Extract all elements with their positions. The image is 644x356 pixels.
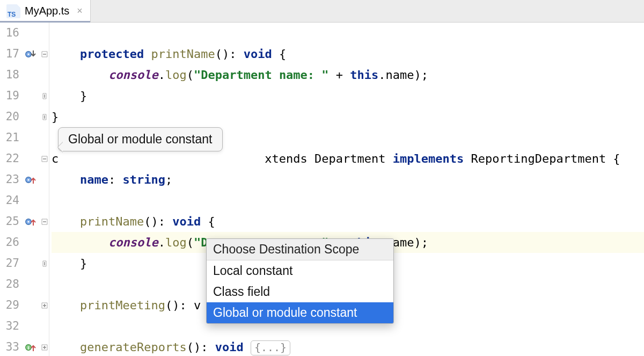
override-up-icon[interactable] [23, 211, 39, 232]
fold-gutter [40, 23, 49, 356]
line-number: 18 [0, 64, 21, 85]
line-number: 32 [0, 316, 21, 337]
code-line[interactable]: generateReports(): void {...} [52, 337, 644, 356]
code-line[interactable]: protected printName(): void { [52, 43, 644, 64]
line-number: 22 [0, 148, 21, 169]
marker-gutter [23, 23, 39, 356]
line-number: 23 [0, 169, 21, 190]
code-line[interactable] [52, 190, 644, 211]
fold-toggle-icon[interactable] [40, 43, 49, 64]
line-number: 21 [0, 127, 21, 148]
line-number: 20 [0, 106, 21, 127]
fold-toggle-icon[interactable] [40, 106, 49, 127]
override-up-icon[interactable] [23, 169, 39, 190]
line-number: 24 [0, 190, 21, 211]
file-tab-label: MyApp.ts [25, 5, 69, 17]
line-number-gutter: 1617181920212223242526272829323336 [0, 23, 21, 356]
popup-option[interactable]: Class field [207, 281, 393, 302]
code-line[interactable]: console.log("Department name: " + this.n… [52, 64, 644, 85]
code-line[interactable]: printName(): void { [52, 211, 644, 232]
line-number: 28 [0, 274, 21, 295]
code-line[interactable]: } [52, 106, 644, 127]
scope-tooltip: Global or module constant [58, 127, 223, 151]
line-number: 16 [0, 23, 21, 43]
line-number: 17 [0, 43, 21, 64]
line-number: 26 [0, 232, 21, 253]
fold-toggle-icon[interactable] [40, 148, 49, 169]
popup-option[interactable]: Global or module constant [207, 302, 393, 323]
popup-option[interactable]: Local constant [207, 260, 393, 281]
fold-toggle-icon[interactable] [40, 211, 49, 232]
code-editor[interactable]: 1617181920212223242526272829323336 prote… [0, 23, 644, 356]
fold-toggle-icon[interactable] [40, 85, 49, 106]
destination-scope-popup[interactable]: Choose Destination Scope Local constantC… [206, 238, 394, 324]
file-tab[interactable]: TS MyApp.ts × [0, 0, 91, 22]
tab-bar: TS MyApp.ts × [0, 0, 644, 23]
typescript-file-icon: TS [6, 4, 20, 18]
scope-tooltip-text: Global or module constant [68, 132, 213, 146]
line-number: 29 [0, 295, 21, 316]
fold-toggle-icon[interactable] [40, 337, 49, 356]
popup-title: Choose Destination Scope [207, 239, 393, 260]
line-number: 27 [0, 253, 21, 274]
override-down-icon[interactable] [23, 43, 39, 64]
fold-toggle-icon[interactable] [40, 295, 49, 316]
line-number: 33 [0, 337, 21, 356]
line-number: 25 [0, 211, 21, 232]
code-line[interactable] [52, 23, 644, 43]
implement-up-icon[interactable] [23, 337, 39, 356]
line-number: 19 [0, 85, 21, 106]
fold-toggle-icon[interactable] [40, 253, 49, 274]
code-line[interactable]: name: string; [52, 169, 644, 190]
close-tab-icon[interactable]: × [77, 5, 83, 17]
code-line[interactable]: } [52, 85, 644, 106]
